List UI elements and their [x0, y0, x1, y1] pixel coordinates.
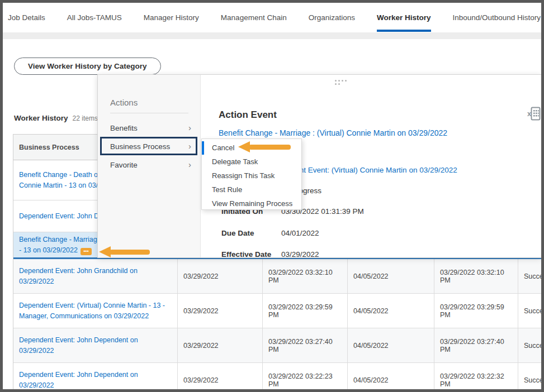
- tab-label: Organizations: [309, 13, 355, 22]
- menu-item-favorite[interactable]: Favorite: [110, 161, 138, 169]
- effective-date-cell: 03/29/2022: [178, 363, 263, 389]
- arrow-tail: [249, 145, 291, 150]
- selected-item-bar: [202, 141, 204, 155]
- worker-history-section-label: Worker History22 items: [14, 114, 98, 122]
- completed-cell: 03/29/2022 03:32:10 PM: [434, 259, 518, 293]
- due-date-cell: 04/05/2022: [348, 294, 434, 328]
- related-actions-button[interactable]: •••: [81, 248, 92, 255]
- chevron-right-icon: ›: [188, 160, 191, 169]
- business-process-cell: Dependent Event: John Dependent on 03/29…: [13, 328, 178, 362]
- table-row: Dependent Event: John Dependent on 03/29…: [13, 328, 541, 363]
- menu-item-benefits[interactable]: Benefits: [110, 124, 138, 132]
- section-item-count: 22 items: [73, 114, 98, 122]
- drag-handle-icon[interactable]: [335, 80, 347, 85]
- menu-item-business-process[interactable]: Business Process: [110, 142, 170, 151]
- completed-cell: 03/29/2022 03:27:40 PM: [434, 328, 518, 362]
- business-process-cell: Dependent Event: John Grandchild on 03/2…: [13, 259, 178, 293]
- business-process-link[interactable]: Dependent Event: (Virtual) Connie Martin…: [19, 300, 165, 322]
- section-title: Worker History: [14, 114, 68, 122]
- tab-manager-history[interactable]: Manager History: [144, 3, 199, 32]
- completed-cell: 03/29/2022 03:22:32 PM: [434, 363, 518, 389]
- tab-label: Worker History: [377, 13, 431, 22]
- due-date-value: 04/01/2022: [281, 229, 319, 237]
- submenu-item-view-remaining-process[interactable]: View Remaining Process: [212, 199, 292, 208]
- column-header-label: Business Process: [19, 144, 79, 151]
- tab-all-jobs-tamus[interactable]: All Jobs-TAMUS: [67, 3, 122, 32]
- status-cell: Successfully Completed: [518, 259, 541, 293]
- status-cell: Successfully Completed: [518, 294, 541, 328]
- tab-label: Management Chain: [221, 13, 287, 22]
- arrow-tail: [110, 250, 150, 255]
- effective-date-value: 03/29/2022: [281, 250, 319, 259]
- tab-label: Job Details: [8, 13, 45, 22]
- business-process-link[interactable]: Benefit Change - Death of Connie Martin …: [19, 170, 102, 191]
- tab-label: Inbound/Outbound History: [453, 13, 541, 22]
- menu-divider: [110, 113, 188, 113]
- tabbar-divider-strip: [3, 32, 541, 39]
- table-row: Dependent Event: (Virtual) Connie Martin…: [13, 294, 541, 328]
- tab-label: Manager History: [144, 13, 199, 22]
- status-cell: Successfully Completed: [518, 328, 541, 362]
- tab-management-chain[interactable]: Management Chain: [221, 3, 287, 32]
- view-worker-history-by-category-button[interactable]: View Worker History by Category: [14, 58, 161, 75]
- actions-menu: Actions Benefits › Business Process › Fa…: [98, 75, 201, 257]
- tab-inbound-outbound-history[interactable]: Inbound/Outbound History: [453, 3, 541, 32]
- actions-popup: Actions Benefits › Business Process › Fa…: [97, 74, 542, 258]
- effective-date-label: Effective Date: [221, 250, 271, 259]
- arrow-head: [238, 141, 250, 152]
- completed-cell: 03/29/2022 03:29:59 PM: [434, 294, 518, 328]
- initiated-cell: 03/29/2022 03:22:23 PM: [263, 363, 348, 389]
- business-process-cell: Dependent Event: John Dependent on 03/29…: [13, 363, 178, 389]
- submenu-item-delegate-task[interactable]: Delegate Task: [212, 157, 258, 166]
- table-row: Dependent Event: John Dependent on 03/29…: [13, 363, 541, 389]
- annotation-arrow-cancel: [238, 141, 291, 153]
- initiated-cell: 03/29/2022 03:29:59 PM: [263, 294, 348, 328]
- initiated-cell: 03/29/2022 03:32:10 PM: [263, 259, 348, 293]
- chevron-right-icon: ›: [188, 123, 191, 132]
- arrow-head: [99, 246, 111, 257]
- tab-organizations[interactable]: Organizations: [309, 3, 355, 32]
- initiated-cell: 03/29/2022 03:27:40 PM: [263, 328, 348, 362]
- due-date-label: Due Date: [221, 229, 254, 237]
- action-event-title: Action Event: [219, 109, 277, 121]
- business-process-link[interactable]: Dependent Event: John De: [19, 211, 103, 222]
- tab-bar: Job Details All Jobs-TAMUS Manager Histo…: [3, 3, 541, 32]
- effective-date-cell: 03/29/2022: [178, 259, 263, 293]
- chevron-right-icon: ›: [188, 141, 191, 151]
- actions-menu-title: Actions: [110, 98, 138, 107]
- business-process-cell: Dependent Event: (Virtual) Connie Martin…: [13, 294, 178, 328]
- submenu-item-reassign-this-task[interactable]: Reassign This Task: [212, 171, 275, 180]
- action-event-link[interactable]: Benefit Change - Marriage : (Virtual) Co…: [219, 127, 447, 139]
- annotation-arrow-related-actions: [99, 246, 150, 258]
- submenu-item-cancel[interactable]: Cancel: [212, 144, 234, 152]
- tab-worker-history[interactable]: Worker History: [377, 3, 431, 32]
- due-date-cell: 04/05/2022: [348, 259, 434, 293]
- table-row: Dependent Event: John Grandchild on 03/2…: [13, 259, 541, 294]
- svg-text:x: x: [527, 109, 532, 118]
- active-tab-underline: [377, 30, 431, 32]
- tab-label: All Jobs-TAMUS: [67, 13, 122, 22]
- business-process-link[interactable]: Dependent Event: John Dependent on 03/29…: [19, 370, 172, 389]
- status-cell: Successfully Completed: [518, 363, 541, 389]
- due-date-cell: 04/05/2022: [348, 328, 434, 362]
- due-date-cell: 04/05/2022: [348, 363, 434, 389]
- effective-date-cell: 03/29/2022: [178, 328, 263, 362]
- business-process-link[interactable]: Dependent Event: John Dependent on 03/29…: [19, 335, 172, 356]
- tab-job-details[interactable]: Job Details: [8, 3, 45, 32]
- effective-date-cell: 03/29/2022: [178, 294, 263, 328]
- business-process-link[interactable]: Dependent Event: John Grandchild on 03/2…: [19, 266, 172, 287]
- submenu-item-test-rule[interactable]: Test Rule: [212, 185, 242, 194]
- export-to-excel-icon[interactable]: x: [527, 107, 541, 121]
